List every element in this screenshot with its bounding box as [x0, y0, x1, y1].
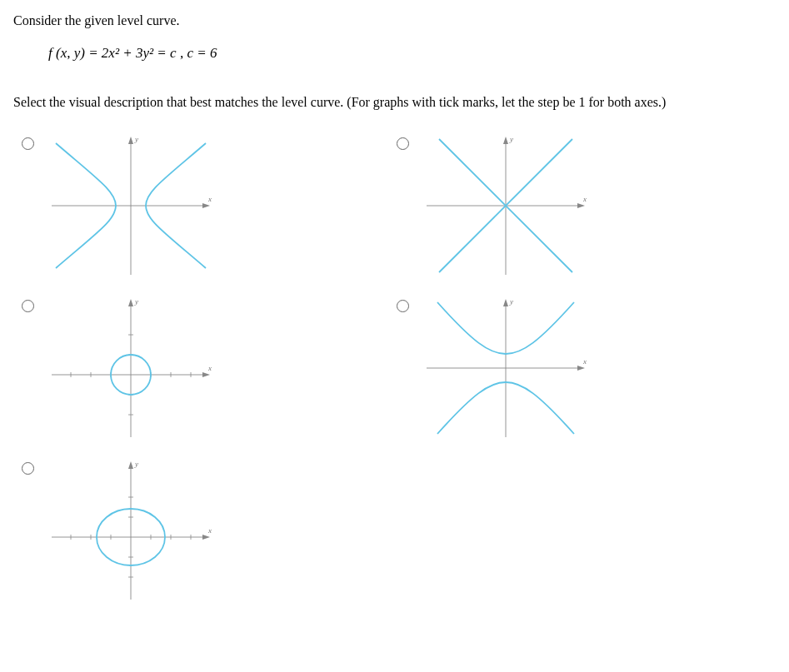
svg-marker-3	[128, 137, 133, 144]
x-axis-label: x	[207, 364, 212, 372]
question-prompt-2: Select the visual description that best …	[13, 95, 776, 110]
graph-hyperbola-ud: x y	[422, 296, 589, 441]
x-axis-label: x	[207, 526, 212, 535]
level-curve-equation: f (x, y) = 2x² + 3y² = c , c = 6	[48, 45, 776, 62]
svg-marker-7	[503, 137, 508, 144]
option-d: x y	[397, 296, 763, 441]
graph-hyperbola-lr: x y	[47, 133, 214, 279]
option-c: x y	[22, 296, 388, 441]
y-axis-label: y	[134, 460, 138, 468]
radio-d[interactable]	[397, 300, 409, 312]
graph-ellipse: x y	[47, 458, 214, 604]
option-e: x y	[22, 458, 388, 604]
radio-e[interactable]	[22, 462, 34, 475]
svg-marker-5	[577, 203, 585, 208]
y-axis-label: y	[509, 135, 513, 143]
y-axis-label: y	[134, 135, 138, 143]
x-axis-label: x	[582, 357, 587, 366]
options-grid: x y x y	[22, 133, 776, 604]
svg-marker-32	[128, 461, 133, 469]
x-axis-label: x	[207, 195, 212, 203]
svg-marker-13	[128, 299, 133, 306]
y-axis-label: y	[509, 297, 513, 306]
svg-marker-30	[202, 535, 210, 540]
radio-c[interactable]	[22, 300, 34, 312]
svg-marker-26	[577, 366, 585, 371]
graph-small-circle: x y	[47, 296, 214, 441]
graph-intersecting-lines: x y	[422, 133, 589, 279]
y-axis-label: y	[134, 297, 138, 306]
svg-marker-1	[202, 203, 210, 208]
question-prompt-1: Consider the given level curve.	[13, 13, 776, 28]
radio-a[interactable]	[22, 137, 34, 150]
option-b: x y	[397, 133, 763, 279]
svg-marker-11	[202, 372, 210, 377]
option-a: x y	[22, 133, 388, 279]
x-axis-label: x	[582, 195, 587, 203]
svg-marker-28	[503, 299, 508, 306]
radio-b[interactable]	[397, 137, 409, 150]
